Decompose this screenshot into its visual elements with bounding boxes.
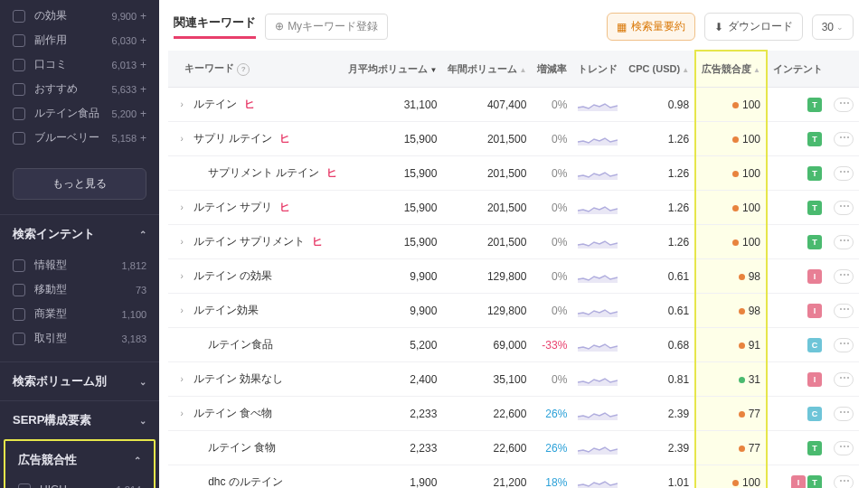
table-row: › ルテイン 食べ物 2,233 22,600 26% 2.39 77 C ⋯ [168,397,859,431]
cell-yvolume: 21,200 [442,465,532,489]
table-row: › ルテイン ヒ 31,100 407,400 0% 0.98 100 T ⋯ [168,88,859,122]
checkbox[interactable] [13,132,25,145]
keyword-text[interactable]: ルテイン食品 [208,337,273,352]
section-intent-header[interactable]: 検索インテント ⌃ [0,214,159,253]
sidebar: の効果 9,900 + 副作用 6,030 + 口コミ 6,013 + おすすめ… [0,0,159,488]
keyword-text[interactable]: サプリメント ルテイン [208,165,319,181]
expand-icon[interactable]: › [177,374,186,384]
main: 関連キーワード ⊕Myキーワード登録 ▦検索量要約 ⬇ダウンロード 30⌄ キー… [159,0,868,488]
col-delta[interactable]: 増減率 [532,51,572,88]
keyword-text[interactable]: ルテイン サプリ [193,200,272,215]
filter-item[interactable]: 口コミ 6,013 + [13,52,146,77]
cell-intent: T [767,122,828,156]
row-more-button[interactable]: ⋯ [834,475,854,488]
cell-yvolume: 201,500 [442,225,532,259]
cell-mvolume: 15,900 [343,156,442,191]
filter-item[interactable]: 情報型 1,812 [13,253,146,277]
page-size-dropdown[interactable]: 30⌄ [812,14,854,40]
tab-related-keywords[interactable]: 関連キーワード [174,14,256,39]
cell-intent: T [767,88,828,122]
filter-item[interactable]: 取引型 3,183 [13,326,146,351]
filter-item[interactable]: 移動型 73 [13,277,146,302]
expand-icon[interactable]: › [177,237,186,247]
highlighted-comp-section: 広告競合性 ⌃ HIGH 1,214 MEDIUM 262 LOW 411 [4,439,156,488]
expand-icon[interactable]: › [177,408,186,418]
row-more-button[interactable]: ⋯ [834,338,854,352]
row-more-button[interactable]: ⋯ [834,269,854,284]
checkbox[interactable] [13,59,25,71]
expand-icon[interactable]: › [177,134,186,144]
intent-badge-t: T [807,201,822,215]
cell-comp: 100 [695,156,767,191]
filter-item[interactable]: おすすめ 5,633 + [13,77,146,101]
intent-badge-i: I [807,372,822,387]
checkbox[interactable] [13,284,25,296]
col-trend[interactable]: トレンド [572,51,623,88]
section-comp-header[interactable]: 広告競合性 ⌃ [5,441,154,479]
filter-item[interactable]: HIGH 1,214 [18,479,141,488]
keyword-text[interactable]: サプリ ルテイン [193,131,272,146]
row-more-button[interactable]: ⋯ [834,98,854,112]
cell-cpc: 1.01 [623,465,695,489]
plus-icon: + [140,108,146,120]
keyword-text[interactable]: ルテイン [193,97,237,112]
filter-item[interactable]: ブルーベリー 5,158 + [13,126,146,150]
comp-dot-icon [739,274,745,280]
row-more-button[interactable]: ⋯ [834,304,854,318]
cell-cpc: 1.26 [623,191,695,225]
plus-icon: + [140,83,146,96]
filter-item[interactable]: 商業型 1,100 [13,302,146,326]
table-row: › ルテイン効果 9,900 129,800 0% 0.61 98 I ⋯ [168,294,859,328]
expand-icon[interactable]: › [177,99,186,109]
more-button[interactable]: もっと見る [13,168,146,200]
comp-dot-icon [739,343,745,349]
keyword-text[interactable]: ルテイン の効果 [193,268,272,284]
row-more-button[interactable]: ⋯ [834,441,854,455]
row-more-button[interactable]: ⋯ [834,407,854,421]
keyword-text[interactable]: ルテイン効果 [193,303,259,318]
summary-button[interactable]: ▦検索量要約 [607,13,695,41]
row-more-button[interactable]: ⋯ [834,166,854,181]
expand-icon[interactable]: › [177,271,186,281]
keyword-text[interactable]: dhc のルテイン [208,474,283,488]
filter-item[interactable]: の効果 9,900 + [13,4,146,28]
col-yvolume[interactable]: 年間ボリューム▲ [442,51,532,88]
row-more-button[interactable]: ⋯ [834,132,854,146]
checkbox[interactable] [18,483,31,488]
table-row: › ルテイン サプリ ヒ 15,900 201,500 0% 1.26 100 … [168,191,859,225]
table-wrapper: キーワード 月平均ボリューム▼ 年間ボリューム▲ 増減率 トレンド CPC (U… [159,50,868,488]
checkbox[interactable] [13,259,25,272]
table-row: › ルテイン 効果なし 2,400 35,100 0% 0.81 31 I ⋯ [168,362,859,397]
row-more-button[interactable]: ⋯ [834,235,854,249]
cell-cpc: 1.26 [623,122,695,156]
filter-item[interactable]: ルテイン食品 5,200 + [13,101,146,126]
cell-mvolume: 1,900 [343,465,442,489]
col-cpc[interactable]: CPC (USD)▲ [623,51,695,88]
expand-icon[interactable]: › [177,202,186,212]
checkbox[interactable] [13,333,25,345]
tab-my-keywords[interactable]: ⊕Myキーワード登録 [265,14,388,40]
checkbox[interactable] [13,108,25,120]
cell-trend [572,225,623,259]
cell-delta: 0% [532,294,572,328]
filter-item[interactable]: 副作用 6,030 + [13,28,146,52]
download-button[interactable]: ⬇ダウンロード [704,13,803,41]
keyword-text[interactable]: ルテイン 効果なし [193,371,283,387]
checkbox[interactable] [13,308,25,321]
col-keyword[interactable]: キーワード [168,51,343,88]
expand-icon[interactable]: › [177,305,186,315]
col-mvolume[interactable]: 月平均ボリューム▼ [343,51,442,88]
checkbox[interactable] [13,83,25,96]
keyword-text[interactable]: ルテイン 食べ物 [193,406,272,421]
col-intent[interactable]: インテント [767,51,828,88]
section-volume-header[interactable]: 検索ボリューム別 ⌄ [0,361,159,400]
section-serp-header[interactable]: SERP構成要素 ⌄ [0,400,159,439]
col-comp[interactable]: 広告競合度▲ [695,51,767,88]
checkbox[interactable] [13,34,25,47]
row-more-button[interactable]: ⋯ [834,372,854,387]
cell-trend [572,431,623,465]
row-more-button[interactable]: ⋯ [834,201,854,215]
keyword-text[interactable]: ルテイン 食物 [208,440,276,455]
checkbox[interactable] [13,10,25,23]
keyword-text[interactable]: ルテイン サプリメント [193,234,305,249]
